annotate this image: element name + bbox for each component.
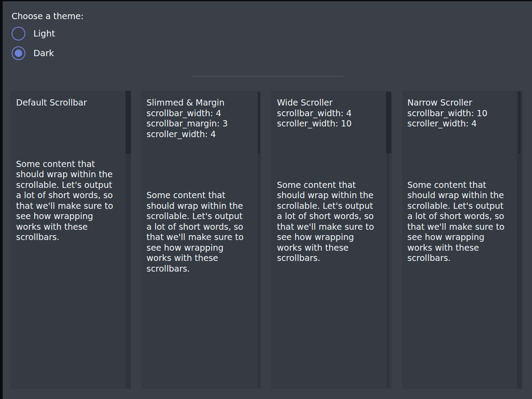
radio-label-dark: Dark [33,48,54,58]
scrollable-panel-default[interactable]: Default Scrollbar Some content that shou… [11,91,131,389]
panel-content: Some content that should wrap within the… [277,180,381,264]
panel-content: Some content that should wrap within the… [407,180,512,264]
panel-content: Some content that should wrap within the… [146,190,251,274]
scrollable-panel-wide-scroller[interactable]: Wide Scroller scrollbar_width: 4 scrolle… [272,91,392,389]
radio-option-dark[interactable]: Dark [12,46,110,60]
horizontal-divider [191,76,344,77]
theme-chooser-label: Choose a theme: [12,11,532,21]
scrollbar-demo-panels: Default Scrollbar Some content that shou… [3,91,532,389]
app-window: Choose a theme: Light Dark Default Scrol… [0,0,532,399]
scrollbar-thumb[interactable] [126,91,131,154]
panel-content: Some content that should wrap within the… [16,159,120,243]
radio-button-icon [12,27,25,41]
radio-label-light: Light [33,28,55,39]
scrollable-panel-slimmed-margin[interactable]: Slimmed & Margin scrollbar_width: 4 scro… [141,91,261,389]
panel-header: Slimmed & Margin scrollbar_width: 4 scro… [146,98,251,139]
scrollbar-thumb[interactable] [518,92,520,153]
radio-button-icon [12,46,25,60]
radio-dot [15,49,22,57]
theme-chooser-section: Choose a theme: Light Dark [3,1,532,60]
panel-header: Default Scrollbar [16,98,120,108]
panel-header: Wide Scroller scrollbar_width: 4 scrolle… [277,98,381,129]
scrollable-panel-narrow-scroller[interactable]: Narrow Scroller scrollbar_width: 10 scro… [402,91,522,389]
panel-header: Narrow Scroller scrollbar_width: 10 scro… [407,98,512,129]
radio-option-light[interactable]: Light [12,27,110,41]
scrollbar-thumb[interactable] [258,92,260,153]
scrollbar-thumb[interactable] [386,92,391,153]
